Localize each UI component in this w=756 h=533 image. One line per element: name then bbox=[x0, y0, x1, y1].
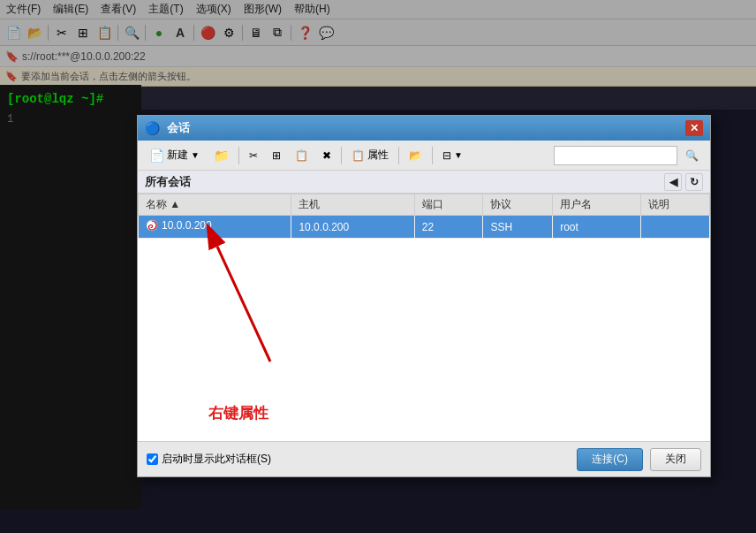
section-back-btn[interactable]: ◀ bbox=[664, 173, 682, 191]
startup-checkbox[interactable] bbox=[147, 453, 158, 465]
dialog-title-text: 会话 bbox=[167, 120, 190, 136]
open-folder-icon: 📂 bbox=[409, 149, 422, 162]
col-username: 用户名 bbox=[553, 194, 641, 216]
table-area: 名称 ▲ 主机 端口 协议 用户名 说明 bbox=[138, 194, 710, 441]
dialog-folder-btn[interactable]: 📁 bbox=[208, 144, 235, 167]
section-title: 所有会话 bbox=[145, 174, 191, 190]
new-dropdown-icon[interactable]: ▼ bbox=[191, 150, 200, 160]
dialog-search-input[interactable] bbox=[554, 146, 677, 165]
dialog-close-footer-btn[interactable]: 关闭 bbox=[650, 448, 701, 471]
col-description: 说明 bbox=[641, 194, 710, 216]
dialog-cut-btn[interactable]: ✂ bbox=[243, 144, 264, 167]
col-protocol: 协议 bbox=[483, 194, 553, 216]
dialog-title-icon: 🔵 bbox=[145, 121, 160, 135]
view-icon: ⊟ bbox=[442, 149, 451, 162]
table-header-row: 名称 ▲ 主机 端口 协议 用户名 说明 bbox=[139, 194, 710, 216]
dialog-view-btn[interactable]: ⊟ ▼ bbox=[436, 144, 469, 167]
connect-btn[interactable]: 连接(C) bbox=[577, 448, 643, 471]
dialog-footer: 启动时显示此对话框(S) 连接(C) 关闭 bbox=[138, 441, 710, 476]
session-icon-svg bbox=[146, 219, 158, 232]
dialog-properties-btn[interactable]: 📋 属性 bbox=[345, 144, 395, 167]
dialog-delete-btn[interactable]: ✖ bbox=[316, 144, 337, 167]
col-port: 端口 bbox=[414, 194, 483, 216]
session-dialog: 🔵 会话 ✕ 📄 新建 ▼ 📁 ✂ bbox=[137, 115, 711, 477]
footer-buttons: 连接(C) 关闭 bbox=[577, 448, 701, 471]
dialog-overlay: 🔵 会话 ✕ 📄 新建 ▼ 📁 ✂ bbox=[0, 0, 756, 533]
dtoolbar-sep2 bbox=[341, 147, 342, 164]
paste-icon: 📋 bbox=[295, 149, 308, 162]
dialog-copy-btn[interactable]: ⊞ bbox=[266, 144, 287, 167]
table-row[interactable]: 10.0.0.200 10.0.0.200 22 SSH root bbox=[139, 216, 710, 239]
dialog-open-btn[interactable]: 📂 bbox=[403, 144, 428, 167]
arrow-annotation bbox=[164, 220, 341, 397]
dialog-close-btn[interactable]: ✕ bbox=[685, 120, 703, 136]
section-header: 所有会话 ◀ ↻ bbox=[138, 171, 710, 194]
cell-name: 10.0.0.200 bbox=[139, 216, 291, 239]
delete-icon: ✖ bbox=[322, 149, 331, 162]
view-dropdown-icon[interactable]: ▼ bbox=[454, 150, 463, 160]
dtoolbar-sep4 bbox=[432, 147, 433, 164]
section-refresh-btn[interactable]: ↻ bbox=[685, 173, 703, 191]
copy-icon: ⊞ bbox=[272, 149, 281, 162]
properties-icon: 📋 bbox=[352, 149, 365, 162]
annotation-text: 右键属性 bbox=[208, 403, 268, 423]
dialog-paste-btn[interactable]: 📋 bbox=[289, 144, 314, 167]
search-icon: 🔍 bbox=[685, 149, 699, 162]
footer-checkbox-group: 启动时显示此对话框(S) bbox=[147, 452, 271, 467]
col-host: 主机 bbox=[291, 194, 414, 216]
dialog-titlebar: 🔵 会话 ✕ bbox=[138, 116, 710, 141]
cell-port: 22 bbox=[414, 216, 483, 239]
cell-protocol: SSH bbox=[483, 216, 553, 239]
dtoolbar-sep1 bbox=[238, 147, 239, 164]
dialog-toolbar: 📄 新建 ▼ 📁 ✂ ⊞ 📋 ✖ bbox=[138, 141, 710, 171]
dialog-new-label: 新建 bbox=[167, 148, 188, 163]
cell-description bbox=[641, 216, 710, 239]
dialog-properties-label: 属性 bbox=[367, 148, 389, 163]
new-icon: 📄 bbox=[149, 148, 164, 163]
dialog-search-btn[interactable]: 🔍 bbox=[679, 144, 705, 167]
main-window: 文件(F) 编辑(E) 查看(V) 主题(T) 选项(X) 图形(W) 帮助(H… bbox=[0, 0, 756, 533]
folder-icon: 📁 bbox=[214, 148, 229, 163]
col-name: 名称 ▲ bbox=[139, 194, 291, 216]
sessions-table: 名称 ▲ 主机 端口 协议 用户名 说明 bbox=[138, 194, 710, 239]
section-header-actions: ◀ ↻ bbox=[664, 173, 703, 191]
session-name-cell: 10.0.0.200 bbox=[146, 219, 212, 232]
cell-host: 10.0.0.200 bbox=[291, 216, 414, 239]
dtoolbar-sep3 bbox=[398, 147, 399, 164]
svg-line-2 bbox=[217, 247, 270, 362]
startup-checkbox-label: 启动时显示此对话框(S) bbox=[162, 452, 271, 467]
cell-username: root bbox=[553, 216, 641, 239]
dialog-content: 所有会话 ◀ ↻ 名称 ▲ 主机 bbox=[138, 171, 710, 441]
dialog-title-group: 🔵 会话 bbox=[145, 120, 190, 136]
cut-icon: ✂ bbox=[249, 149, 258, 162]
dialog-new-btn[interactable]: 📄 新建 ▼ bbox=[143, 144, 206, 167]
